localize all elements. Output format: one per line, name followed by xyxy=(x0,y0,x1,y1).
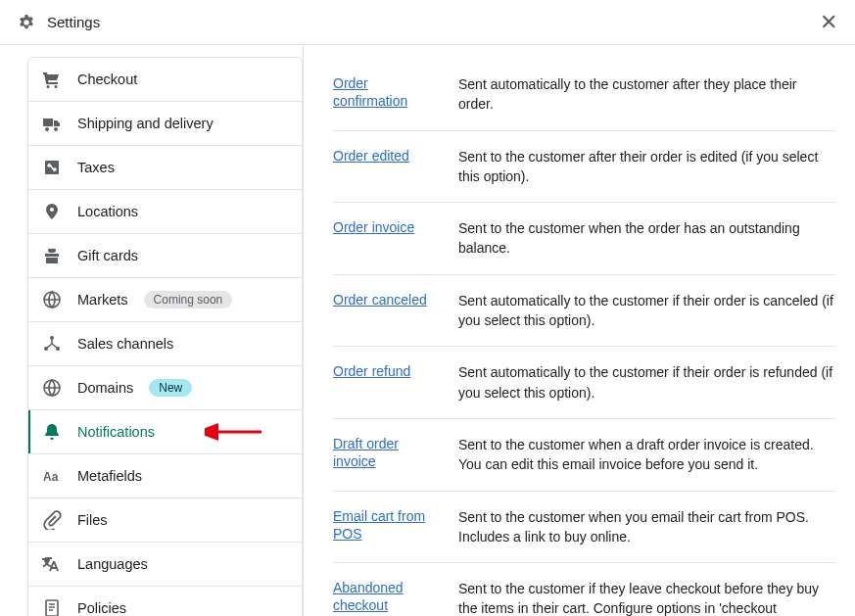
sidebar-item-label: Taxes xyxy=(77,160,115,175)
sidebar-item-gift-cards[interactable]: Gift cards xyxy=(28,234,302,278)
settings-body: CheckoutShipping and deliveryTaxesLocati… xyxy=(0,45,855,616)
sidebar-item-label: Languages xyxy=(77,556,148,572)
sidebar-item-policies[interactable]: Policies xyxy=(28,587,302,616)
notification-desc: Sent to the customer after their order i… xyxy=(458,147,835,187)
notification-desc: Sent automatically to the customer if th… xyxy=(458,291,835,331)
globe-icon xyxy=(42,290,62,309)
sidebar: CheckoutShipping and deliveryTaxesLocati… xyxy=(0,45,304,616)
notification-name: Order invoice xyxy=(333,218,439,236)
tax-icon xyxy=(42,158,62,177)
notification-desc: Sent to the customer when you email thei… xyxy=(458,507,835,547)
notification-row: Order refundSent automatically to the cu… xyxy=(333,347,835,419)
notification-link[interactable]: Order canceled xyxy=(333,292,427,308)
sidebar-item-label: Files xyxy=(77,512,108,528)
sidebar-item-metafields[interactable]: AaMetafields xyxy=(28,454,302,498)
pin-icon xyxy=(42,202,62,221)
sidebar-list: CheckoutShipping and deliveryTaxesLocati… xyxy=(27,57,303,616)
svg-text:Aa: Aa xyxy=(43,470,59,484)
sidebar-item-taxes[interactable]: Taxes xyxy=(28,146,302,190)
sidebar-item-notifications[interactable]: Notifications xyxy=(28,410,302,454)
truck-icon xyxy=(42,114,62,133)
notification-desc: Sent to the customer when a draft order … xyxy=(458,435,835,475)
close-icon[interactable]: ✕ xyxy=(820,10,837,35)
notification-desc: Sent automatically to the customer if th… xyxy=(458,362,835,403)
sidebar-item-label: Policies xyxy=(77,600,126,616)
lang-icon xyxy=(42,554,62,574)
notification-row: Order canceledSent automatically to the … xyxy=(333,275,835,348)
meta-icon: Aa xyxy=(42,466,62,486)
notification-row: Draft order invoiceSent to the customer … xyxy=(333,419,835,492)
notification-name: Order edited xyxy=(333,147,439,165)
channels-icon xyxy=(42,334,62,354)
notification-desc: Sent automatically to the customer after… xyxy=(458,74,835,115)
notification-row: Order invoiceSent to the customer when t… xyxy=(333,203,835,275)
notification-desc: Sent to the customer if they leave check… xyxy=(458,579,835,616)
header-left: Settings xyxy=(18,14,100,31)
notification-row: Email cart from POSSent to the customer … xyxy=(333,492,835,564)
notification-row: Order confirmationSent automatically to … xyxy=(333,74,835,131)
policy-icon xyxy=(42,598,62,616)
notification-name: Order refund xyxy=(333,362,439,380)
notification-link[interactable]: Order edited xyxy=(333,148,409,164)
sidebar-item-label: Gift cards xyxy=(77,248,138,263)
clip-icon xyxy=(42,510,62,530)
notification-name: Order canceled xyxy=(333,291,439,308)
sidebar-item-label: Shipping and delivery xyxy=(77,116,214,131)
sidebar-item-checkout[interactable]: Checkout xyxy=(28,58,302,102)
notification-link[interactable]: Email cart from POS xyxy=(333,508,425,542)
notification-link[interactable]: Draft order invoice xyxy=(333,436,399,469)
notification-link[interactable]: Order invoice xyxy=(333,219,414,235)
sidebar-item-label: Notifications xyxy=(77,424,155,440)
sidebar-item-locations[interactable]: Locations xyxy=(28,190,302,234)
bell-icon xyxy=(42,422,62,442)
notifications-panel: Order confirmationSent automatically to … xyxy=(304,45,855,616)
notification-name: Order confirmation xyxy=(333,74,439,110)
notification-name: Email cart from POS xyxy=(333,507,439,543)
sidebar-item-label: Sales channels xyxy=(77,336,173,352)
annotation-arrow xyxy=(205,422,263,442)
sidebar-item-markets[interactable]: MarketsComing soon xyxy=(28,278,302,322)
gift-icon xyxy=(42,246,62,265)
sidebar-item-domains[interactable]: DomainsNew xyxy=(28,366,302,410)
globe-icon xyxy=(42,378,62,398)
notification-link[interactable]: Abandoned checkout xyxy=(333,580,404,613)
svg-point-2 xyxy=(50,336,54,340)
notification-row: Order editedSent to the customer after t… xyxy=(333,131,835,204)
notification-row: Abandoned checkoutSent to the customer i… xyxy=(333,563,835,616)
page-title: Settings xyxy=(47,14,100,30)
notification-link[interactable]: Order refund xyxy=(333,363,410,379)
notification-link[interactable]: Order confirmation xyxy=(333,75,407,109)
svg-rect-8 xyxy=(46,600,58,616)
notification-name: Abandoned checkout xyxy=(333,579,439,614)
sidebar-item-label: Domains xyxy=(77,380,133,396)
sidebar-item-label: Locations xyxy=(77,204,138,219)
notification-name: Draft order invoice xyxy=(333,435,439,470)
sidebar-item-files[interactable]: Files xyxy=(28,498,302,543)
sidebar-item-label: Checkout xyxy=(77,71,137,87)
sidebar-badge: New xyxy=(149,379,192,397)
sidebar-item-languages[interactable]: Languages xyxy=(28,543,302,587)
gear-icon xyxy=(18,14,35,31)
sidebar-badge: Coming soon xyxy=(144,291,233,308)
sidebar-item-label: Markets xyxy=(77,292,128,308)
sidebar-item-shipping-and-delivery[interactable]: Shipping and delivery xyxy=(28,102,302,146)
notifications-list: Order confirmationSent automatically to … xyxy=(333,74,835,616)
settings-header: Settings ✕ xyxy=(0,0,855,45)
notification-desc: Sent to the customer when the order has … xyxy=(458,218,835,259)
cart-icon xyxy=(42,70,62,89)
sidebar-item-sales-channels[interactable]: Sales channels xyxy=(28,322,302,366)
sidebar-item-label: Metafields xyxy=(77,468,142,484)
